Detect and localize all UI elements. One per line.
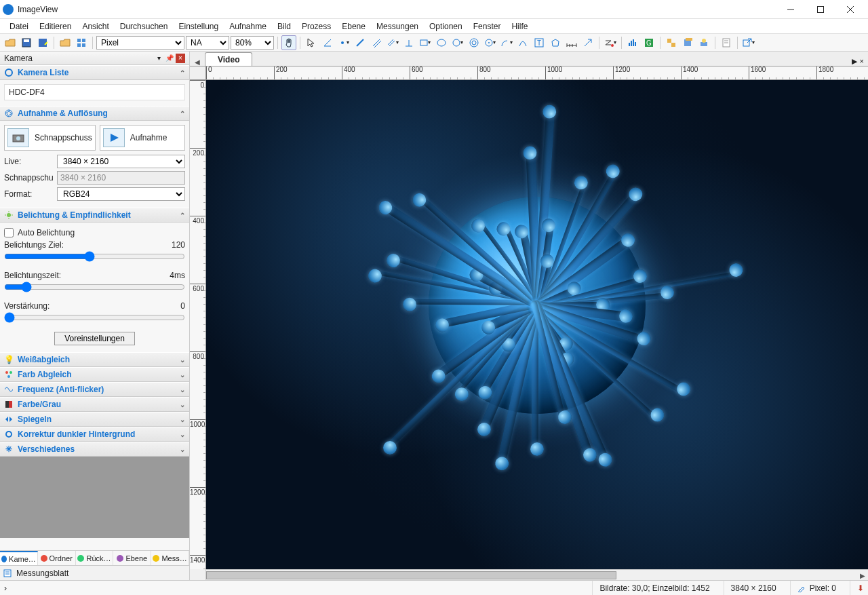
presets-button[interactable]: Voreinstellungen — [54, 332, 135, 345]
menu-datei[interactable]: Datei — [4, 20, 34, 33]
menu-ansicht[interactable]: Ansicht — [77, 20, 114, 33]
tab-kamera[interactable]: Kame… — [0, 551, 38, 565]
menu-editieren[interactable]: Editieren — [34, 20, 77, 33]
svg-point-19 — [453, 39, 460, 46]
svg-point-57 — [6, 431, 12, 437]
svg-line-16 — [389, 41, 395, 46]
hline-icon[interactable] — [369, 35, 384, 50]
record-button[interactable]: Aufnahme — [100, 125, 185, 151]
sidebar-dropdown-icon[interactable]: ▾ — [154, 54, 163, 63]
sheet-icon — [3, 569, 12, 578]
angle-icon[interactable] — [320, 35, 335, 50]
tab-video[interactable]: Video — [205, 52, 252, 66]
maximize-button[interactable] — [806, 0, 835, 18]
perpendicular-icon[interactable] — [401, 35, 416, 50]
hdr-icon[interactable] — [696, 35, 711, 50]
auto-exposure-checkbox[interactable] — [4, 228, 14, 237]
live-resolution-select[interactable]: 3840 × 2160 — [57, 155, 185, 168]
scroll-thumb[interactable] — [206, 571, 616, 579]
play-icon — [103, 128, 125, 147]
stitch-icon[interactable] — [664, 35, 679, 50]
tab-rueck[interactable]: Rück… — [76, 551, 114, 565]
sheet-icon[interactable] — [719, 35, 734, 50]
scalebar-icon[interactable] — [564, 35, 579, 50]
hand-tool-icon[interactable] — [281, 35, 296, 50]
tab-ordner[interactable]: Ordner — [38, 551, 76, 565]
section-whitebalance[interactable]: 💡Weißabgleich⌄ — [0, 352, 189, 367]
polygon-icon[interactable] — [548, 35, 563, 50]
ellipse-tool-icon[interactable] — [434, 35, 449, 50]
histogram-icon[interactable] — [625, 35, 640, 50]
svg-point-38 — [702, 39, 706, 43]
palette-icon — [4, 370, 14, 379]
horizontal-scrollbar[interactable]: ◀ ▶ — [206, 569, 868, 580]
parallel-icon[interactable]: ▾ — [385, 35, 400, 50]
menu-optionen[interactable]: Optionen — [424, 20, 468, 33]
menu-hilfe[interactable]: Hilfe — [506, 20, 533, 33]
scroll-right-icon[interactable]: ▶ — [857, 570, 868, 581]
section-misc[interactable]: ✳Verschiedenes⌄ — [0, 442, 189, 457]
save-icon[interactable] — [19, 35, 34, 50]
svg-line-15 — [388, 39, 393, 45]
section-darkbg[interactable]: Korrektur dunkler Hintergrund⌄ — [0, 427, 189, 442]
unit-combo[interactable]: Pixel — [96, 36, 184, 50]
tab-close-icon[interactable]: × — [860, 57, 864, 66]
menu-aufnahme[interactable]: Aufnahme — [224, 20, 272, 33]
section-frequency[interactable]: Frequenz (Anti-flicker)⌄ — [0, 382, 189, 397]
gain-slider[interactable] — [4, 312, 185, 323]
curve-icon[interactable] — [515, 35, 530, 50]
pointer-icon[interactable] — [304, 35, 319, 50]
menu-durchsuchen[interactable]: Durchsuchen — [115, 20, 174, 33]
edf-icon[interactable] — [680, 35, 695, 50]
exposure-time-slider[interactable] — [4, 282, 185, 292]
tab-prev-icon[interactable]: ◀ — [193, 58, 202, 66]
rect-tool-icon[interactable]: ▾ — [418, 35, 433, 50]
open-icon[interactable] — [3, 35, 18, 50]
tab-mess[interactable]: Mess… — [151, 551, 189, 565]
arc-icon[interactable]: ▾ — [499, 35, 514, 50]
grid-overlay-icon[interactable]: G — [642, 35, 656, 50]
minimize-button[interactable] — [776, 0, 806, 18]
tab-next-icon[interactable]: ▶ — [852, 57, 857, 66]
section-capture[interactable]: Aufnahme & Auflösung ⌃ — [0, 106, 189, 121]
point-tool-icon[interactable]: ▾ — [336, 35, 351, 50]
dock-messungsblatt[interactable]: Messungsblatt — [0, 565, 189, 580]
snapshot-button[interactable]: Schnappschuss — [4, 125, 96, 151]
section-colorbalance[interactable]: Farb Abgleich⌄ — [0, 367, 189, 382]
zoom-combo[interactable]: 80% — [231, 36, 274, 50]
menu-einstellung[interactable]: Einstellung — [173, 20, 224, 33]
canvas[interactable] — [206, 80, 868, 569]
svg-point-21 — [472, 41, 476, 45]
text-tool-icon[interactable]: T — [532, 35, 547, 50]
menu-ebene[interactable]: Ebene — [336, 20, 371, 33]
section-camera-list[interactable]: Kamera Liste ⌃ — [0, 65, 189, 80]
section-colorgray[interactable]: Farbe/Grau⌄ — [0, 397, 189, 412]
menu-messungen[interactable]: Messungen — [371, 20, 424, 33]
status-expand-icon[interactable]: › — [4, 583, 7, 593]
line-tool-icon[interactable] — [353, 35, 368, 50]
external-icon[interactable]: ▾ — [741, 35, 756, 50]
sidebar-header: Kamera ▾ 📌 × — [0, 52, 189, 65]
camera-item[interactable]: HDC-DF4 — [4, 84, 185, 100]
format-select[interactable]: RGB24 — [57, 187, 185, 201]
menu-prozess[interactable]: Prozess — [296, 20, 336, 33]
exposure-target-slider[interactable] — [4, 251, 185, 262]
menu-fenster[interactable]: Fenster — [468, 20, 507, 33]
annulus-icon[interactable] — [467, 35, 481, 50]
section-exposure[interactable]: Belichtung & Empfindlichkeit ⌃ — [0, 208, 189, 223]
browse-icon[interactable] — [58, 35, 73, 50]
close-button[interactable] — [835, 0, 865, 18]
quicksave-icon[interactable] — [35, 35, 50, 50]
circle-tool-icon[interactable]: ▾ — [450, 35, 465, 50]
thumbnail-icon[interactable] — [74, 35, 89, 50]
z-tool-icon[interactable]: ▾ — [603, 35, 618, 50]
sidebar-pin-icon[interactable]: 📌 — [165, 54, 174, 63]
arrow-tool-icon[interactable] — [580, 35, 595, 50]
na-combo[interactable]: NA — [186, 36, 229, 50]
tab-ebene[interactable]: Ebene — [113, 551, 151, 565]
svg-point-47 — [7, 213, 11, 217]
section-mirror[interactable]: Spiegeln⌄ — [0, 412, 189, 427]
menu-bild[interactable]: Bild — [272, 20, 296, 33]
circle2-icon[interactable]: ▾ — [483, 35, 498, 50]
sidebar-close-icon[interactable]: × — [176, 54, 185, 63]
